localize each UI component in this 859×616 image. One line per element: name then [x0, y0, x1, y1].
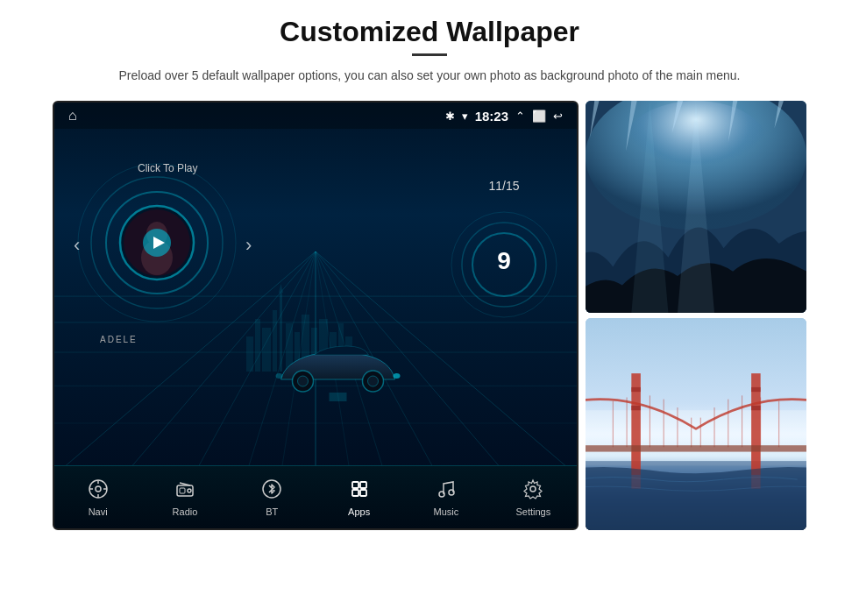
car-screen: ADELE ‹ › Click To Play: [53, 101, 579, 530]
window-icon: ⬜: [532, 110, 546, 123]
svg-rect-80: [631, 406, 641, 410]
svg-point-45: [394, 373, 401, 379]
page-title: Customized Wallpaper: [280, 16, 579, 48]
svg-text:9: 9: [497, 247, 511, 274]
nav-item-settings[interactable]: Settings: [502, 478, 564, 517]
radio-icon: [174, 478, 195, 503]
settings-label: Settings: [515, 506, 550, 517]
car-image: [264, 336, 413, 401]
title-divider: [412, 53, 447, 56]
next-arrow[interactable]: ›: [245, 234, 252, 257]
click-to-play: Click To Play: [138, 162, 197, 174]
status-left: ⌂: [68, 108, 77, 124]
bt-label: BT: [266, 506, 278, 517]
svg-point-44: [368, 376, 379, 386]
nav-item-apps[interactable]: Apps: [329, 478, 390, 517]
status-time: 18:23: [475, 109, 508, 124]
svg-rect-67: [360, 490, 366, 496]
status-bar: ⌂ ✱ ▾ 18:23 ⌃ ⬜ ↩: [54, 103, 577, 129]
prev-arrow[interactable]: ‹: [74, 234, 80, 257]
svg-point-46: [276, 373, 283, 379]
bg-scene: ADELE ‹ › Click To Play: [54, 103, 577, 476]
expand-icon: ⌃: [515, 110, 525, 123]
page-subtitle: Preload over 5 default wallpaper options…: [118, 67, 740, 85]
page-container: Customized Wallpaper Preload over 5 defa…: [0, 0, 859, 616]
nav-item-bt[interactable]: BT: [241, 478, 302, 517]
content-area: ADELE ‹ › Click To Play: [53, 101, 806, 607]
svg-rect-96: [631, 452, 641, 489]
status-right: ✱ ▾ 18:23 ⌃ ⬜ ↩: [445, 109, 563, 124]
artist-label: ADELE: [100, 335, 138, 344]
back-icon: ↩: [553, 110, 563, 123]
bluetooth-icon: ✱: [445, 110, 455, 123]
svg-point-43: [298, 376, 309, 386]
bottom-nav: Navi Radio: [54, 465, 577, 528]
svg-marker-23: [279, 284, 283, 293]
svg-point-61: [188, 489, 191, 492]
photo-bridge: [586, 318, 806, 530]
svg-rect-79: [631, 387, 641, 392]
svg-rect-64: [352, 482, 359, 488]
photos-panel: [586, 101, 806, 530]
golden-gate-bg: [586, 318, 806, 530]
ice-cave-bg: [586, 101, 806, 313]
svg-text:11/15: 11/15: [488, 179, 519, 193]
svg-rect-75: [586, 410, 806, 465]
apps-icon: [349, 478, 370, 503]
music-label: Music: [434, 506, 459, 517]
svg-rect-82: [751, 406, 761, 410]
wifi-icon: ▾: [462, 110, 468, 123]
apps-label: Apps: [348, 506, 370, 517]
nav-item-music[interactable]: Music: [415, 478, 477, 517]
left-glow-rings: [74, 159, 240, 326]
navi-label: Navi: [89, 506, 108, 517]
settings-icon: [522, 478, 543, 503]
svg-rect-18: [246, 336, 253, 372]
svg-rect-19: [255, 319, 260, 372]
radio-label: Radio: [173, 506, 198, 517]
home-icon: ⌂: [68, 108, 77, 124]
svg-rect-97: [751, 452, 761, 489]
svg-rect-81: [751, 387, 761, 392]
svg-rect-65: [360, 482, 366, 488]
music-icon: [436, 478, 457, 503]
svg-point-70: [530, 486, 536, 492]
svg-rect-66: [352, 490, 359, 496]
nav-item-navi[interactable]: Navi: [67, 478, 129, 517]
photo-ice-cave: [586, 101, 806, 313]
bt-icon: [261, 478, 282, 503]
svg-point-54: [96, 486, 101, 492]
svg-rect-95: [586, 445, 806, 451]
screen-content: ADELE ‹ › Click To Play: [54, 103, 577, 528]
svg-rect-60: [180, 488, 185, 493]
navi-icon: [88, 478, 109, 503]
right-meter: 9 11/15: [447, 159, 561, 361]
nav-item-radio[interactable]: Radio: [154, 478, 216, 517]
